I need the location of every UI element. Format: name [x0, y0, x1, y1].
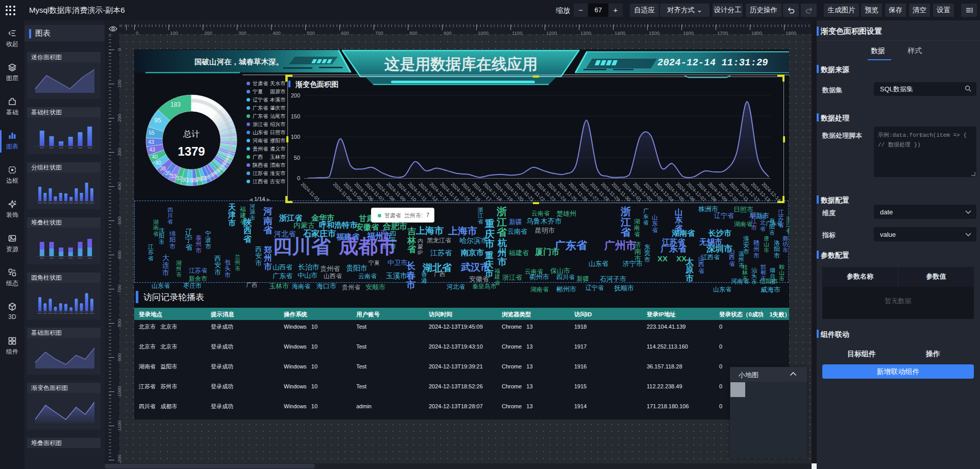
svg-text:43: 43 — [149, 146, 155, 153]
svg-text:这是用数据库在线应用: 这是用数据库在线应用 — [384, 56, 537, 72]
svg-text:40: 40 — [152, 154, 158, 160]
svg-text:55: 55 — [149, 130, 155, 136]
svg-text:国破山河在，城春草木深。: 国破山河在，城春草木深。 — [194, 58, 283, 66]
svg-text:95: 95 — [154, 117, 161, 124]
svg-text:43: 43 — [148, 139, 154, 145]
svg-text:183: 183 — [170, 101, 181, 108]
